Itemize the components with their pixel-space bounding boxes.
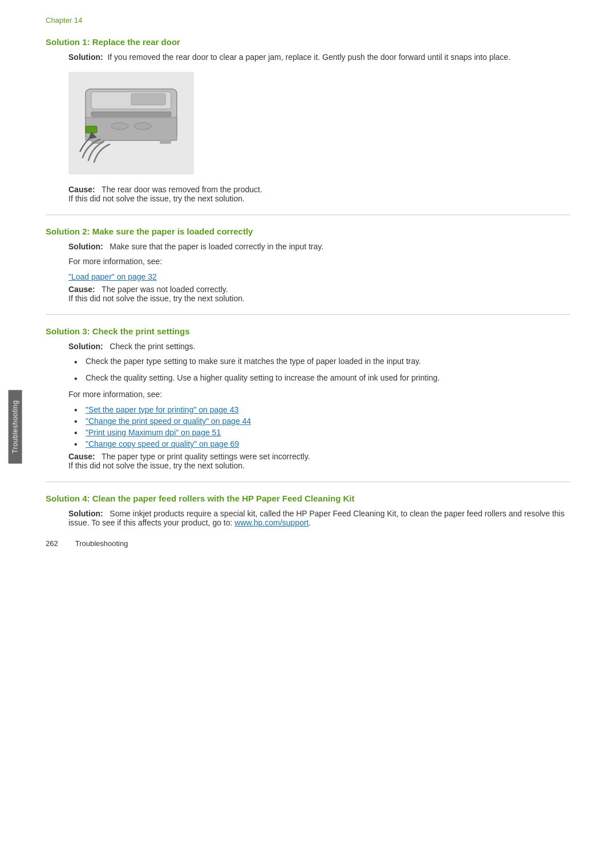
svg-rect-9 <box>160 139 171 144</box>
print-speed-link[interactable]: "Change the print speed or quality" on p… <box>86 417 251 426</box>
solution-1-cause: Cause: The rear door was removed from th… <box>68 185 570 194</box>
sidebar-troubleshooting-tab: Troubleshooting <box>9 390 22 463</box>
solution-4-body: Solution: Some inkjet products require a… <box>46 509 570 527</box>
solution-2-text: Solution: Make sure that the paper is lo… <box>68 242 570 251</box>
page-footer: 262 Troubleshooting <box>46 539 128 548</box>
solution-1-content: If you removed the rear door to clear a … <box>107 52 510 62</box>
link-item-2[interactable]: "Change the print speed or quality" on p… <box>74 417 570 426</box>
solution-3-bullet-list: Check the paper type setting to make sur… <box>68 355 570 384</box>
divider-3 <box>46 482 570 482</box>
copy-speed-link[interactable]: "Change copy speed or quality" on page 6… <box>86 439 239 448</box>
solution-1-next: If this did not solve the issue, try the… <box>68 194 570 203</box>
solution-3-body: Solution: Check the print settings. Chec… <box>46 342 570 470</box>
solution-3-section: Solution 3: Check the print settings Sol… <box>46 326 570 470</box>
solution-3-heading: Solution 3: Check the print settings <box>46 326 570 336</box>
printer-rear-door-image <box>68 72 194 175</box>
paper-type-link[interactable]: "Set the paper type for printing" on pag… <box>86 405 238 414</box>
solution-4-heading: Solution 4: Clean the paper feed rollers… <box>46 494 570 503</box>
solution-1-body: Solution: If you removed the rear door t… <box>46 52 570 62</box>
divider-1 <box>46 215 570 215</box>
max-dpi-link[interactable]: "Print using Maximum dpi" on page 51 <box>86 428 221 437</box>
solution-2-section: Solution 2: Make sure the paper is loade… <box>46 227 570 303</box>
divider-2 <box>46 314 570 315</box>
solution-3-for-more-info: For more information, see: <box>68 389 570 401</box>
solution-1-heading: Solution 1: Replace the rear door <box>46 37 570 47</box>
link-item-3[interactable]: "Print using Maximum dpi" on page 51 <box>74 428 570 437</box>
solution-3-cause: Cause: The paper type or print quality s… <box>68 452 570 461</box>
solution-4-section: Solution 4: Clean the paper feed rollers… <box>46 494 570 527</box>
chapter-label: Chapter 14 <box>46 16 570 25</box>
solution-1-text: Solution: If you removed the rear door t… <box>68 52 570 62</box>
svg-rect-3 <box>91 112 171 116</box>
solution-4-label: Solution: <box>68 509 103 518</box>
bullet-item-2: Check the quality setting. Use a higher … <box>74 372 570 384</box>
page-number: 262 <box>46 539 58 548</box>
solution-4-link-suffix: . <box>309 518 311 527</box>
cause-1-text: The rear door was removed from the produ… <box>102 185 262 194</box>
load-paper-link[interactable]: "Load paper" on page 32 <box>68 272 157 281</box>
solution-1-cause-block: Cause: The rear door was removed from th… <box>46 185 570 203</box>
svg-rect-4 <box>86 118 177 140</box>
printer-illustration-svg <box>74 78 188 169</box>
solution-3-next: If this did not solve the issue, try the… <box>68 461 570 470</box>
solution-1-label: Solution: <box>68 52 103 62</box>
solution-4-text: Solution: Some inkjet products require a… <box>68 509 570 527</box>
solution-4-link-container[interactable]: www.hp.com/support. <box>234 518 311 527</box>
solution-2-link[interactable]: "Load paper" on page 32 <box>68 272 570 281</box>
solution-3-label: Solution: <box>68 342 103 351</box>
cause-1-label: Cause: <box>68 185 95 194</box>
solution-2-body: Solution: Make sure that the paper is lo… <box>46 242 570 303</box>
sidebar-tab-label: Troubleshooting <box>11 400 19 453</box>
cause-2-text: The paper was not loaded correctly. <box>102 285 228 294</box>
bullet-item-1: Check the paper type setting to make sur… <box>74 355 570 367</box>
link-item-1[interactable]: "Set the paper type for printing" on pag… <box>74 405 570 414</box>
solution-2-label: Solution: <box>68 242 103 251</box>
cause-3-label: Cause: <box>68 452 95 461</box>
solution-3-content: Check the print settings. <box>110 342 195 351</box>
solution-2-heading: Solution 2: Make sure the paper is loade… <box>46 227 570 236</box>
solution-4-content: Some inkjet products require a special k… <box>68 509 565 527</box>
svg-rect-2 <box>131 94 165 105</box>
solution-1-section: Solution 1: Replace the rear door Soluti… <box>46 37 570 203</box>
solution-2-for-more-info: For more information, see: <box>68 256 570 268</box>
svg-point-6 <box>111 123 128 130</box>
footer-section-label: Troubleshooting <box>75 539 128 548</box>
solution-3-intro: Solution: Check the print settings. <box>68 342 570 351</box>
solution-2-next: If this did not solve the issue, try the… <box>68 294 570 303</box>
hp-support-link[interactable]: www.hp.com/support <box>234 518 309 527</box>
svg-point-7 <box>134 123 151 130</box>
solution-3-link-list: "Set the paper type for printing" on pag… <box>68 405 570 448</box>
link-item-4[interactable]: "Change copy speed or quality" on page 6… <box>74 439 570 448</box>
solution-2-content: Make sure that the paper is loaded corre… <box>110 242 323 251</box>
cause-3-text: The paper type or print quality settings… <box>102 452 310 461</box>
cause-2-label: Cause: <box>68 285 95 294</box>
solution-2-cause: Cause: The paper was not loaded correctl… <box>68 285 570 294</box>
